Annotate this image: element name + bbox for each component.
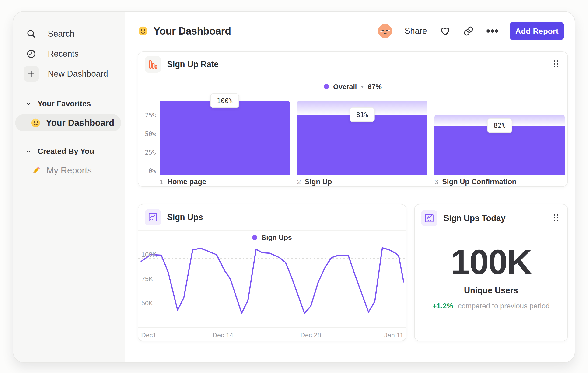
sidebar-item-label: New Dashboard xyxy=(48,69,108,79)
funnel-value-tooltip: 81% xyxy=(350,108,375,122)
smiley-icon xyxy=(31,118,41,128)
sidebar-item-recents[interactable]: Recents xyxy=(13,44,125,64)
sign-ups-card: Sign Ups Sign Ups Dec1Dec 14Dec 28Jan 11… xyxy=(138,204,407,341)
funnel-y-tick: 50% xyxy=(141,131,156,138)
line-chart-svg xyxy=(138,245,406,327)
funnel-y-tick: 0% xyxy=(141,167,156,174)
line-chart-icon xyxy=(421,210,438,226)
delta-value: +1.2% xyxy=(432,302,453,310)
sidebar-item-label: Search xyxy=(48,29,74,39)
delta-note: compared to previous period xyxy=(458,302,550,310)
plus-icon xyxy=(24,66,39,81)
sidebar-item-your-dashboard[interactable]: Your Dashboard xyxy=(15,114,121,131)
more-options-icon[interactable] xyxy=(486,28,498,34)
sidebar-item-search[interactable]: Search xyxy=(13,24,125,44)
chevron-down-icon xyxy=(25,148,32,154)
copy-link-icon[interactable] xyxy=(463,26,474,36)
metric-delta-row: +1.2% compared to previous period xyxy=(415,302,567,310)
drag-handle-icon[interactable] xyxy=(553,59,559,70)
line-chart-icon xyxy=(145,209,161,225)
line-y-tick: 75K xyxy=(141,275,153,283)
funnel-bar[interactable]: 82% xyxy=(434,101,565,175)
funnel-step-label: 2Sign Up xyxy=(297,178,427,186)
metric-value: 100K xyxy=(415,244,567,280)
sidebar: Search Recents New Dashboard xyxy=(13,12,125,362)
page-title: Your Dashboard xyxy=(138,25,231,37)
search-icon xyxy=(24,26,39,41)
bar-chart-icon xyxy=(145,56,161,72)
funnel-plot: 100%81%82% xyxy=(160,101,565,175)
sign-up-rate-card: Sign Up Rate Overall • 67% 0%25%50%75% 1… xyxy=(138,51,568,187)
funnel-y-tick: 25% xyxy=(141,149,156,156)
sign-ups-today-card: Sign Ups Today 100K Unique Users +1.2% c… xyxy=(414,204,568,341)
card-title: Sign Ups Today xyxy=(444,213,505,223)
sidebar-item-new-dashboard[interactable]: New Dashboard xyxy=(13,64,125,84)
funnel-converted-segment xyxy=(297,115,427,175)
line-x-tick: Dec1 xyxy=(141,332,156,339)
line-y-tick: 50K xyxy=(141,300,153,307)
clock-icon xyxy=(24,46,39,61)
funnel-y-tick: 75% xyxy=(141,112,156,119)
drag-handle-icon[interactable] xyxy=(553,213,559,223)
line-legend[interactable]: Sign Ups xyxy=(138,231,406,245)
sign-ups-series-line[interactable] xyxy=(141,248,404,313)
funnel-converted-segment xyxy=(434,126,565,175)
funnel-bar[interactable]: 81% xyxy=(297,101,427,175)
card-title: Sign Ups xyxy=(167,212,203,222)
legend-dot xyxy=(324,84,329,89)
line-x-tick: Dec 28 xyxy=(300,332,321,339)
line-x-tick: Dec 14 xyxy=(213,332,233,339)
funnel-bar[interactable]: 100% xyxy=(160,101,290,175)
avatar[interactable] xyxy=(378,24,392,38)
line-y-tick: 100K xyxy=(141,251,157,258)
metric-label: Unique Users xyxy=(415,286,567,295)
line-plot[interactable] xyxy=(138,245,406,327)
main-content: Your Dashboard Share xyxy=(125,12,575,362)
line-x-tick: Jan 11 xyxy=(384,332,403,339)
sidebar-item-label: Recents xyxy=(48,49,79,59)
dashboard-header: Your Dashboard Share xyxy=(138,21,564,41)
favorite-heart-icon[interactable] xyxy=(440,25,451,37)
funnel-x-labels: 1Home page2Sign Up3Sign Up Confirmation xyxy=(160,178,565,186)
chevron-down-icon xyxy=(25,101,32,107)
card-header: Sign Ups xyxy=(138,204,406,231)
funnel-step-label: 1Home page xyxy=(160,178,290,186)
legend-dot xyxy=(252,235,257,240)
section-your-favorites[interactable]: Your Favorites xyxy=(13,99,125,108)
smiley-icon xyxy=(138,26,148,36)
pencil-icon xyxy=(31,165,41,176)
share-button[interactable]: Share xyxy=(405,26,427,36)
line-x-axis: Dec1Dec 14Dec 28Jan 11 xyxy=(138,327,406,341)
card-header: Sign Up Rate xyxy=(138,52,567,77)
section-created-by-you[interactable]: Created By You xyxy=(13,147,125,156)
funnel-value-tooltip: 82% xyxy=(487,118,512,133)
funnel-step-label: 3Sign Up Confirmation xyxy=(434,178,565,186)
funnel-value-tooltip: 100% xyxy=(210,93,239,108)
sidebar-item-my-reports[interactable]: My Reports xyxy=(15,162,121,179)
card-header: Sign Ups Today xyxy=(415,204,567,232)
app-window: Search Recents New Dashboard xyxy=(13,11,575,363)
card-title: Sign Up Rate xyxy=(167,60,218,69)
funnel-converted-segment xyxy=(160,101,290,175)
add-report-button[interactable]: Add Report xyxy=(510,22,564,40)
funnel-legend[interactable]: Overall • 67% xyxy=(138,77,567,96)
